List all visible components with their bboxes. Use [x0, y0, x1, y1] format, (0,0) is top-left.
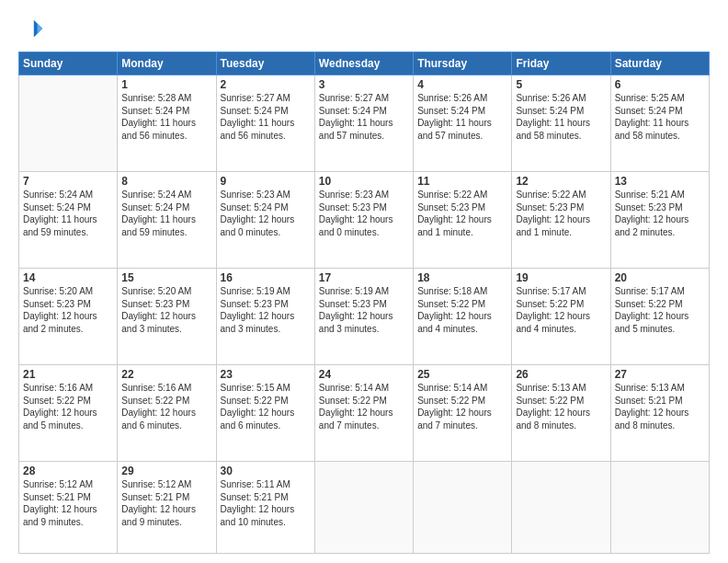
day-number: 14 — [23, 271, 113, 284]
day-number: 28 — [23, 465, 113, 477]
day-info: Sunrise: 5:22 AM Sunset: 5:23 PM Dayligh… — [516, 189, 606, 238]
day-info: Sunrise: 5:11 AM Sunset: 5:21 PM Dayligh… — [221, 478, 311, 528]
calendar-cell: 12Sunrise: 5:22 AM Sunset: 5:23 PM Dayli… — [512, 172, 610, 269]
day-info: Sunrise: 5:20 AM Sunset: 5:23 PM Dayligh… — [121, 285, 211, 335]
calendar-week-row: 14Sunrise: 5:20 AM Sunset: 5:23 PM Dayli… — [19, 269, 710, 365]
day-number: 9 — [221, 175, 311, 188]
day-number: 13 — [615, 175, 705, 188]
calendar-week-row: 28Sunrise: 5:12 AM Sunset: 5:21 PM Dayli… — [19, 462, 710, 554]
calendar-cell: 7Sunrise: 5:24 AM Sunset: 5:24 PM Daylig… — [19, 172, 118, 269]
day-info: Sunrise: 5:17 AM Sunset: 5:22 PM Dayligh… — [516, 285, 606, 335]
day-info: Sunrise: 5:19 AM Sunset: 5:23 PM Dayligh… — [319, 285, 409, 335]
day-info: Sunrise: 5:24 AM Sunset: 5:24 PM Dayligh… — [23, 189, 113, 238]
day-number: 1 — [121, 78, 211, 91]
day-number: 6 — [615, 78, 705, 91]
day-number: 20 — [615, 271, 705, 284]
day-info: Sunrise: 5:21 AM Sunset: 5:23 PM Dayligh… — [615, 189, 705, 238]
day-info: Sunrise: 5:12 AM Sunset: 5:21 PM Dayligh… — [23, 478, 113, 528]
weekday-header: Saturday — [610, 52, 709, 75]
day-info: Sunrise: 5:23 AM Sunset: 5:24 PM Dayligh… — [221, 189, 311, 238]
day-number: 4 — [417, 78, 507, 91]
weekday-header: Sunday — [19, 52, 118, 75]
day-info: Sunrise: 5:16 AM Sunset: 5:22 PM Dayligh… — [23, 382, 113, 431]
day-number: 25 — [417, 368, 507, 381]
logo — [18, 17, 48, 42]
day-info: Sunrise: 5:15 AM Sunset: 5:22 PM Dayligh… — [221, 382, 311, 431]
calendar-cell: 26Sunrise: 5:13 AM Sunset: 5:22 PM Dayli… — [512, 365, 610, 462]
day-info: Sunrise: 5:24 AM Sunset: 5:24 PM Dayligh… — [121, 189, 211, 238]
calendar-cell: 27Sunrise: 5:13 AM Sunset: 5:21 PM Dayli… — [610, 365, 709, 462]
day-number: 11 — [417, 175, 507, 188]
calendar-cell: 23Sunrise: 5:15 AM Sunset: 5:22 PM Dayli… — [216, 365, 314, 462]
day-info: Sunrise: 5:17 AM Sunset: 5:22 PM Dayligh… — [615, 285, 705, 335]
calendar-cell — [512, 462, 610, 554]
weekday-header: Friday — [512, 52, 610, 75]
day-number: 16 — [221, 271, 311, 284]
day-number: 17 — [319, 271, 409, 284]
day-info: Sunrise: 5:20 AM Sunset: 5:23 PM Dayligh… — [23, 285, 113, 335]
calendar-cell: 8Sunrise: 5:24 AM Sunset: 5:24 PM Daylig… — [118, 172, 216, 269]
calendar-cell: 3Sunrise: 5:27 AM Sunset: 5:24 PM Daylig… — [314, 75, 413, 172]
header — [18, 17, 710, 42]
day-info: Sunrise: 5:28 AM Sunset: 5:24 PM Dayligh… — [121, 92, 211, 142]
calendar-cell: 25Sunrise: 5:14 AM Sunset: 5:22 PM Dayli… — [414, 365, 512, 462]
day-info: Sunrise: 5:18 AM Sunset: 5:22 PM Dayligh… — [417, 285, 507, 335]
day-info: Sunrise: 5:26 AM Sunset: 5:24 PM Dayligh… — [417, 92, 507, 142]
day-number: 3 — [319, 78, 409, 91]
calendar-cell: 29Sunrise: 5:12 AM Sunset: 5:21 PM Dayli… — [118, 462, 216, 554]
calendar-cell: 17Sunrise: 5:19 AM Sunset: 5:23 PM Dayli… — [314, 269, 413, 365]
day-info: Sunrise: 5:13 AM Sunset: 5:22 PM Dayligh… — [516, 382, 606, 431]
calendar-cell: 20Sunrise: 5:17 AM Sunset: 5:22 PM Dayli… — [610, 269, 709, 365]
day-info: Sunrise: 5:13 AM Sunset: 5:21 PM Dayligh… — [615, 382, 705, 431]
day-number: 2 — [221, 78, 311, 91]
day-number: 5 — [516, 78, 606, 91]
day-number: 27 — [615, 368, 705, 381]
weekday-header: Thursday — [414, 52, 512, 75]
day-number: 7 — [23, 175, 113, 188]
calendar-cell: 22Sunrise: 5:16 AM Sunset: 5:22 PM Dayli… — [118, 365, 216, 462]
calendar-cell — [314, 462, 413, 554]
day-number: 30 — [221, 465, 311, 477]
calendar-cell: 4Sunrise: 5:26 AM Sunset: 5:24 PM Daylig… — [414, 75, 512, 172]
calendar-cell: 18Sunrise: 5:18 AM Sunset: 5:22 PM Dayli… — [414, 269, 512, 365]
weekday-header: Tuesday — [216, 52, 314, 75]
day-number: 12 — [516, 175, 606, 188]
calendar-cell: 13Sunrise: 5:21 AM Sunset: 5:23 PM Dayli… — [610, 172, 709, 269]
calendar-cell: 5Sunrise: 5:26 AM Sunset: 5:24 PM Daylig… — [512, 75, 610, 172]
day-number: 24 — [319, 368, 409, 381]
calendar-cell: 15Sunrise: 5:20 AM Sunset: 5:23 PM Dayli… — [118, 269, 216, 365]
calendar-cell — [19, 75, 118, 172]
day-number: 18 — [417, 271, 507, 284]
calendar-cell: 28Sunrise: 5:12 AM Sunset: 5:21 PM Dayli… — [19, 462, 118, 554]
svg-marker-1 — [38, 23, 43, 33]
day-info: Sunrise: 5:25 AM Sunset: 5:24 PM Dayligh… — [615, 92, 705, 142]
weekday-header: Wednesday — [314, 52, 413, 75]
day-number: 15 — [121, 271, 211, 284]
day-number: 26 — [516, 368, 606, 381]
day-info: Sunrise: 5:16 AM Sunset: 5:22 PM Dayligh… — [121, 382, 211, 431]
calendar-cell: 19Sunrise: 5:17 AM Sunset: 5:22 PM Dayli… — [512, 269, 610, 365]
logo-icon — [18, 17, 44, 42]
calendar-cell: 21Sunrise: 5:16 AM Sunset: 5:22 PM Dayli… — [19, 365, 118, 462]
calendar-cell: 16Sunrise: 5:19 AM Sunset: 5:23 PM Dayli… — [216, 269, 314, 365]
calendar-week-row: 21Sunrise: 5:16 AM Sunset: 5:22 PM Dayli… — [19, 365, 710, 462]
calendar-cell — [414, 462, 512, 554]
calendar-cell: 14Sunrise: 5:20 AM Sunset: 5:23 PM Dayli… — [19, 269, 118, 365]
calendar-cell: 24Sunrise: 5:14 AM Sunset: 5:22 PM Dayli… — [314, 365, 413, 462]
calendar-cell: 11Sunrise: 5:22 AM Sunset: 5:23 PM Dayli… — [414, 172, 512, 269]
day-info: Sunrise: 5:26 AM Sunset: 5:24 PM Dayligh… — [516, 92, 606, 142]
day-number: 21 — [23, 368, 113, 381]
calendar-cell: 2Sunrise: 5:27 AM Sunset: 5:24 PM Daylig… — [216, 75, 314, 172]
day-info: Sunrise: 5:23 AM Sunset: 5:23 PM Dayligh… — [319, 189, 409, 238]
day-info: Sunrise: 5:27 AM Sunset: 5:24 PM Dayligh… — [221, 92, 311, 142]
calendar-table: SundayMondayTuesdayWednesdayThursdayFrid… — [18, 52, 710, 554]
day-info: Sunrise: 5:12 AM Sunset: 5:21 PM Dayligh… — [121, 478, 211, 528]
calendar-week-row: 7Sunrise: 5:24 AM Sunset: 5:24 PM Daylig… — [19, 172, 710, 269]
day-number: 8 — [121, 175, 211, 188]
day-number: 10 — [319, 175, 409, 188]
header-row: SundayMondayTuesdayWednesdayThursdayFrid… — [19, 52, 710, 75]
calendar-cell: 9Sunrise: 5:23 AM Sunset: 5:24 PM Daylig… — [216, 172, 314, 269]
calendar-cell: 1Sunrise: 5:28 AM Sunset: 5:24 PM Daylig… — [118, 75, 216, 172]
day-info: Sunrise: 5:22 AM Sunset: 5:23 PM Dayligh… — [417, 189, 507, 238]
day-number: 23 — [221, 368, 311, 381]
